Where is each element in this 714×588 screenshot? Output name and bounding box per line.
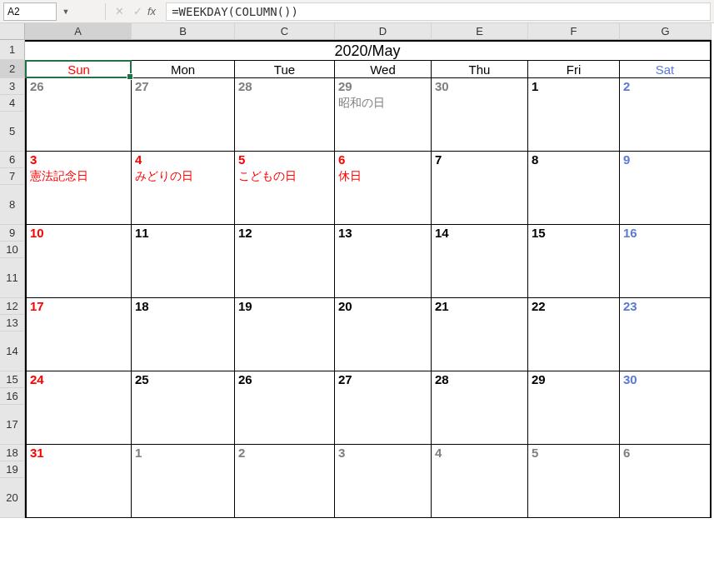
column-header[interactable]: D <box>335 23 432 40</box>
calendar-day-cell[interactable]: 10 <box>25 225 132 298</box>
calendar-day-cell[interactable]: 22 <box>528 298 620 371</box>
row-header[interactable]: 20 <box>0 478 25 518</box>
row-header[interactable]: 6 <box>0 152 25 168</box>
calendar-day-cell[interactable]: 24 <box>25 371 132 445</box>
calendar-day-cell[interactable]: 30 <box>432 78 528 152</box>
calendar-day-cell[interactable]: 5 <box>528 445 620 518</box>
day-spacer <box>620 405 710 444</box>
row-header[interactable]: 15 <box>0 371 25 388</box>
row-header[interactable]: 8 <box>0 185 25 225</box>
cancel-icon[interactable]: ✕ <box>111 3 127 20</box>
row-header[interactable]: 12 <box>0 298 25 315</box>
row-header[interactable]: 16 <box>0 388 25 405</box>
calendar-day-cell[interactable]: 14 <box>432 225 528 298</box>
row-header[interactable]: 4 <box>0 95 25 112</box>
day-event <box>432 168 527 185</box>
calendar-day-cell[interactable]: 12 <box>235 225 335 298</box>
calendar-day-cell[interactable]: 6 <box>620 445 712 518</box>
column-header[interactable]: E <box>432 23 528 40</box>
day-event <box>27 461 131 478</box>
calendar-day-cell[interactable]: 2 <box>620 78 712 152</box>
calendar-day-cell[interactable]: 19 <box>235 298 335 371</box>
day-of-week-header[interactable]: Sun <box>25 60 132 78</box>
row-header[interactable]: 19 <box>0 461 25 478</box>
calendar-day-cell[interactable]: 30 <box>620 371 712 445</box>
day-number: 1 <box>528 78 619 95</box>
fx-icon[interactable]: fx <box>147 5 156 17</box>
row-header[interactable]: 13 <box>0 315 25 331</box>
row-header[interactable]: 7 <box>0 168 25 185</box>
calendar-day-cell[interactable]: 28 <box>432 371 528 445</box>
row-header[interactable]: 5 <box>0 112 25 152</box>
column-header[interactable]: A <box>25 23 132 40</box>
calendar-day-cell[interactable]: 5こどもの日 <box>235 152 335 225</box>
calendar-day-cell[interactable]: 3憲法記念日 <box>25 152 132 225</box>
calendar-day-cell[interactable]: 27 <box>132 78 235 152</box>
calendar-day-cell[interactable]: 8 <box>528 152 620 225</box>
day-number: 5 <box>528 445 619 461</box>
day-of-week-header[interactable]: Mon <box>132 60 235 78</box>
day-spacer <box>27 258 131 297</box>
day-spacer <box>132 185 234 224</box>
calendar-day-cell[interactable]: 29昭和の日 <box>335 78 432 152</box>
calendar-day-cell[interactable]: 15 <box>528 225 620 298</box>
day-spacer <box>620 258 710 297</box>
select-all-corner[interactable] <box>0 23 25 40</box>
calendar-day-cell[interactable]: 20 <box>335 298 432 371</box>
calendar-day-cell[interactable]: 26 <box>25 78 132 152</box>
calendar-day-cell[interactable]: 2 <box>235 445 335 518</box>
day-event <box>528 315 619 331</box>
column-header[interactable]: G <box>620 23 712 40</box>
calendar-day-cell[interactable]: 28 <box>235 78 335 152</box>
row-header[interactable]: 17 <box>0 405 25 445</box>
day-number: 3 <box>27 152 131 168</box>
calendar-day-cell[interactable]: 1 <box>132 445 235 518</box>
calendar-day-cell[interactable]: 16 <box>620 225 712 298</box>
day-number: 14 <box>432 225 527 242</box>
calendar-day-cell[interactable]: 26 <box>235 371 335 445</box>
calendar-day-cell[interactable]: 17 <box>25 298 132 371</box>
calendar-day-cell[interactable]: 25 <box>132 371 235 445</box>
accept-icon[interactable]: ✓ <box>129 3 146 20</box>
calendar-day-cell[interactable]: 3 <box>335 445 432 518</box>
row-header[interactable]: 1 <box>0 40 25 60</box>
day-number: 25 <box>132 371 234 388</box>
calendar-day-cell[interactable]: 4 <box>432 445 528 518</box>
calendar-day-cell[interactable]: 1 <box>528 78 620 152</box>
calendar-day-cell[interactable]: 4みどりの日 <box>132 152 235 225</box>
calendar-day-cell[interactable]: 7 <box>432 152 528 225</box>
day-event <box>620 315 710 331</box>
calendar-day-cell[interactable]: 27 <box>335 371 432 445</box>
calendar-day-cell[interactable]: 6休日 <box>335 152 432 225</box>
row-header[interactable]: 18 <box>0 445 25 461</box>
column-header[interactable]: B <box>132 23 235 40</box>
day-of-week-header[interactable]: Sat <box>620 60 712 78</box>
calendar-day-cell[interactable]: 11 <box>132 225 235 298</box>
day-of-week-header[interactable]: Fri <box>528 60 620 78</box>
column-header[interactable]: C <box>235 23 335 40</box>
row-header[interactable]: 14 <box>0 331 25 371</box>
calendar-day-cell[interactable]: 21 <box>432 298 528 371</box>
day-of-week-header[interactable]: Wed <box>335 60 432 78</box>
calendar-day-cell[interactable]: 23 <box>620 298 712 371</box>
row-header[interactable]: 9 <box>0 225 25 242</box>
row-header[interactable]: 2 <box>0 60 25 78</box>
calendar-day-cell[interactable]: 18 <box>132 298 235 371</box>
row-header[interactable]: 11 <box>0 258 25 298</box>
day-spacer <box>132 405 234 444</box>
row-header[interactable]: 3 <box>0 78 25 95</box>
day-of-week-header[interactable]: Tue <box>235 60 335 78</box>
formula-input[interactable]: =WEEKDAY(COLUMN()) <box>166 2 711 21</box>
day-event: 休日 <box>335 168 431 185</box>
row-header[interactable]: 10 <box>0 242 25 258</box>
day-event <box>620 95 710 112</box>
column-header[interactable]: F <box>528 23 620 40</box>
name-box[interactable]: A2 <box>3 2 57 21</box>
name-box-dropdown-icon[interactable]: ▼ <box>60 2 72 21</box>
day-spacer <box>620 331 710 371</box>
calendar-day-cell[interactable]: 13 <box>335 225 432 298</box>
calendar-day-cell[interactable]: 29 <box>528 371 620 445</box>
day-of-week-header[interactable]: Thu <box>432 60 528 78</box>
calendar-day-cell[interactable]: 9 <box>620 152 712 225</box>
calendar-day-cell[interactable]: 31 <box>25 445 132 518</box>
